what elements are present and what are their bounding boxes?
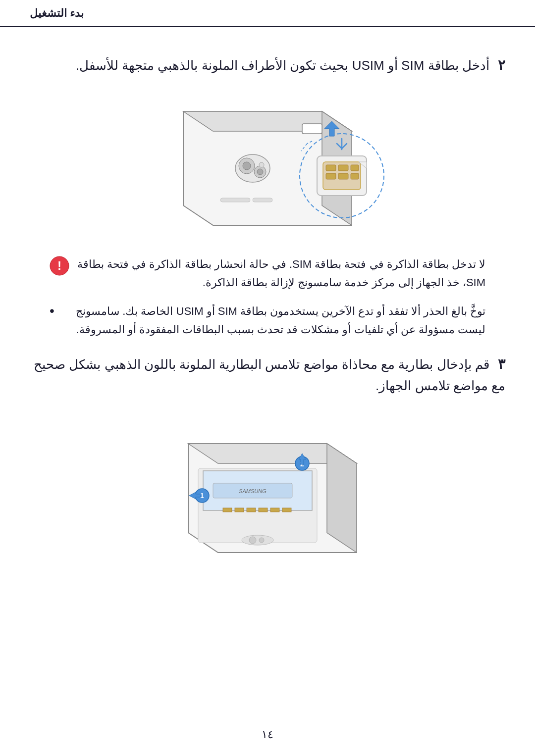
step-3-heading: ٣ قم بإدخال بطارية مع محاذاة مواضع تلامس…	[30, 353, 505, 396]
step-2-number: ٢	[498, 57, 505, 73]
warning-icon: !	[50, 256, 69, 276]
svg-rect-32	[259, 508, 268, 512]
svg-rect-30	[235, 508, 244, 512]
svg-rect-17	[338, 173, 348, 179]
sim-insertion-diagram	[129, 87, 406, 240]
warning-bullet-text: لا تدخل بطاقة الذاكرة في فتحة بطاقة SIM.…	[77, 255, 485, 292]
bullets-section: لا تدخل بطاقة الذاكرة في فتحة بطاقة SIM.…	[30, 255, 505, 339]
svg-rect-34	[282, 508, 291, 512]
header-title: بدء التشغيل	[30, 7, 84, 20]
step-2-illustration	[30, 87, 505, 240]
svg-rect-6	[220, 198, 250, 202]
page-container: بدء التشغيل ٢ أدخل بطاقة SIM أو USIM بحي…	[0, 0, 535, 756]
svg-rect-7	[253, 198, 272, 202]
step-3-text: قم بإدخال بطارية مع محاذاة مواضع تلامس ا…	[34, 357, 505, 393]
svg-point-5	[259, 162, 264, 167]
main-content: ٢ أدخل بطاقة SIM أو USIM بحيث تكون الأطر…	[30, 54, 505, 560]
svg-rect-8	[302, 124, 322, 134]
svg-text:SAMSUNG: SAMSUNG	[239, 488, 267, 494]
bullet-point: •	[50, 303, 54, 319]
svg-text:!: !	[57, 259, 61, 272]
svg-point-24	[242, 535, 273, 545]
svg-rect-13	[326, 165, 336, 171]
warning-bullet-item: لا تدخل بطاقة الذاكرة في فتحة بطاقة SIM.…	[50, 255, 485, 292]
svg-rect-18	[351, 173, 359, 179]
svg-point-25	[249, 537, 256, 544]
svg-rect-29	[223, 508, 232, 512]
svg-point-26	[259, 538, 264, 543]
svg-rect-16	[326, 173, 336, 179]
svg-point-3	[243, 162, 251, 170]
step-3-illustration: SAMSUNG 1 2	[30, 406, 505, 560]
step-3-number: ٣	[498, 356, 505, 372]
header-bar: بدء التشغيل	[0, 0, 535, 27]
page-number: ١٤	[262, 728, 273, 741]
regular-bullet-item: توخَّ بالغ الحذر ألا تفقد أو تدع الآخرين…	[50, 302, 485, 339]
svg-rect-33	[270, 508, 279, 512]
step-2-heading: ٢ أدخل بطاقة SIM أو USIM بحيث تكون الأطر…	[30, 54, 505, 77]
svg-rect-31	[247, 508, 256, 512]
svg-rect-15	[351, 165, 359, 171]
step-2-text: أدخل بطاقة SIM أو USIM بحيث تكون الأطراف…	[76, 58, 489, 73]
svg-point-4	[257, 169, 263, 175]
regular-bullet-text: توخَّ بالغ الحذر ألا تفقد أو تدع الآخرين…	[62, 302, 485, 339]
svg-rect-14	[338, 165, 348, 171]
battery-insertion-diagram: SAMSUNG 1 2	[129, 406, 406, 560]
